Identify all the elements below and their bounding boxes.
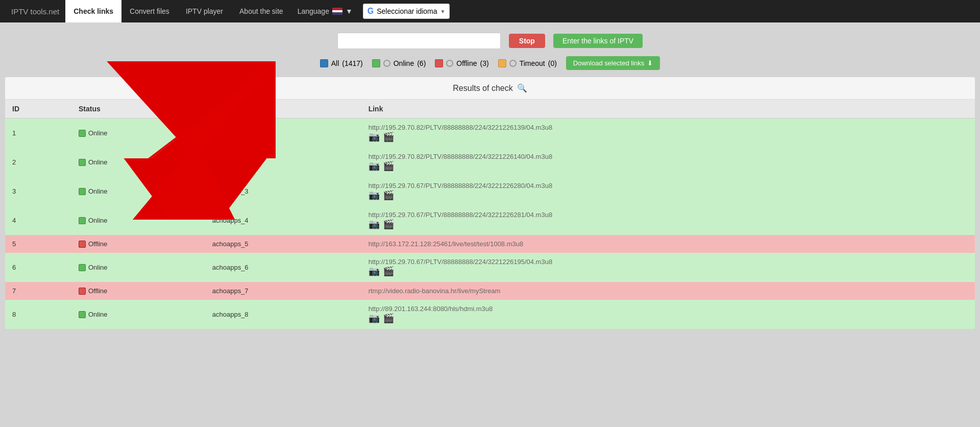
cell-link: http://195.29.70.82/PLTV/88888888/224/32… (361, 118, 975, 148)
cell-name: achoapps_5 (205, 235, 361, 253)
cell-link: http://195.29.70.82/PLTV/88888888/224/32… (361, 148, 975, 177)
status-text: Online (88, 264, 108, 271)
offline-dot-icon (79, 288, 86, 295)
cell-name: achoapps_7 (205, 282, 361, 300)
camera-icon[interactable]: 📷 (369, 189, 380, 201)
cell-status: Online (71, 177, 205, 206)
nav-language[interactable]: Language ▼ (291, 7, 359, 15)
camera-icon[interactable]: 📷 (369, 131, 380, 143)
language-dropdown-arrow: ▼ (346, 7, 353, 15)
filter-offline[interactable]: Offline (3) (435, 59, 488, 67)
online-dot-icon (79, 188, 86, 195)
action-icons: 📷🎬 (369, 131, 968, 143)
cell-name: achoapps_2 (205, 148, 361, 177)
cell-link: http://195.29.70.67/PLTV/88888888/224/32… (361, 253, 975, 282)
player-icon[interactable]: 🎬 (383, 313, 394, 324)
camera-icon[interactable]: 📷 (369, 266, 380, 277)
table-row: 3Onlineachoapps_3http://195.29.70.67/PLT… (5, 177, 975, 206)
status-text: Online (88, 311, 108, 318)
action-icons: 📷🎬 (369, 189, 968, 201)
player-icon[interactable]: 🎬 (383, 189, 394, 201)
col-id: ID (5, 100, 71, 118)
online-dot-icon (79, 311, 86, 318)
cell-status: Online (71, 253, 205, 282)
filter-all-count: (1417) (342, 59, 362, 67)
nav-check-links[interactable]: Check links (65, 0, 121, 22)
table-row: 4Onlineachoapps_4http://195.29.70.67/PLT… (5, 206, 975, 235)
filter-online-count: (6) (417, 59, 426, 67)
brand-tld: .net (46, 7, 59, 16)
nav-about-site[interactable]: About the site (231, 0, 291, 22)
filter-online[interactable]: Online (6) (372, 59, 426, 67)
filter-timeout-dot (498, 59, 506, 67)
filter-all[interactable]: All (1417) (320, 59, 363, 67)
results-table: ID Status Name Link 1Onlineachoapps_1htt… (5, 100, 975, 329)
camera-icon[interactable]: 📷 (369, 313, 380, 324)
camera-icon[interactable]: 📷 (369, 160, 380, 172)
toolbar-row: Stop Enter the links of IPTV (0, 33, 980, 49)
cell-status: Online (71, 206, 205, 235)
player-icon[interactable]: 🎬 (383, 131, 394, 143)
status-text: Online (88, 158, 108, 166)
camera-icon[interactable]: 📷 (369, 219, 380, 230)
cell-link: http://195.29.70.67/PLTV/88888888/224/32… (361, 177, 975, 206)
offline-dot-icon (79, 241, 86, 248)
download-label: Download selected links (573, 59, 644, 67)
table-row: 6Onlineachoapps_6http://195.29.70.67/PLT… (5, 253, 975, 282)
status-text: Offline (88, 240, 107, 248)
enter-links-button[interactable]: Enter the links of IPTV (553, 34, 643, 48)
filter-online-circle (383, 60, 390, 67)
cell-id: 3 (5, 177, 71, 206)
brand-logo[interactable]: IPTV tools.net (5, 7, 65, 16)
status-text: Online (88, 129, 108, 137)
filter-row: All (1417) Online (6) Offline (3) Timeou… (0, 56, 980, 70)
filter-offline-count: (3) (480, 59, 489, 67)
link-url: http://195.29.70.67/PLTV/88888888/224/32… (369, 182, 552, 189)
filter-offline-label: Offline (456, 59, 477, 67)
cell-id: 7 (5, 282, 71, 300)
search-icon[interactable]: 🔍 (517, 83, 527, 93)
filter-all-label: All (331, 59, 339, 67)
table-header: ID Status Name Link (5, 100, 975, 118)
col-name: Name (205, 100, 361, 118)
nav-iptv-player[interactable]: IPTV player (178, 0, 231, 22)
player-icon[interactable]: 🎬 (383, 160, 394, 172)
cell-status: Offline (71, 235, 205, 253)
online-dot-icon (79, 130, 86, 137)
cell-id: 2 (5, 148, 71, 177)
results-title: Results of check (453, 84, 512, 93)
cell-status: Online (71, 300, 205, 329)
cell-id: 4 (5, 206, 71, 235)
link-url: http://195.29.70.67/PLTV/88888888/224/32… (369, 258, 552, 266)
col-link: Link (361, 100, 975, 118)
table-row: 8Onlineachoapps_8http://89.201.163.244:8… (5, 300, 975, 329)
filter-all-dot (320, 59, 328, 67)
filter-offline-circle (446, 60, 453, 67)
player-icon[interactable]: 🎬 (383, 219, 394, 230)
col-status: Status (71, 100, 205, 118)
nav-convert-files[interactable]: Convert files (121, 0, 178, 22)
filter-timeout[interactable]: Timeout (0) (498, 59, 557, 67)
player-icon[interactable]: 🎬 (383, 266, 394, 277)
search-input[interactable] (337, 33, 501, 49)
filter-online-dot (372, 59, 380, 67)
filter-offline-dot (435, 59, 443, 67)
link-url: http://195.29.70.82/PLTV/88888888/224/32… (369, 153, 552, 160)
filter-timeout-circle (509, 60, 517, 67)
cell-name: achoapps_6 (205, 253, 361, 282)
cell-id: 6 (5, 253, 71, 282)
stop-button[interactable]: Stop (509, 34, 545, 48)
online-dot-icon (79, 264, 86, 271)
table-row: 1Onlineachoapps_1http://195.29.70.82/PLT… (5, 118, 975, 148)
online-dot-icon (79, 217, 86, 224)
google-translate-widget[interactable]: G Seleccionar idioma ▼ (363, 4, 450, 19)
link-url: rtmp://video.radio-banovina.hr/live/mySt… (369, 287, 501, 295)
cell-link: http://195.29.70.67/PLTV/88888888/224/32… (361, 206, 975, 235)
link-url: http://195.29.70.67/PLTV/88888888/224/32… (369, 211, 552, 219)
table-row: 2Onlineachoapps_2http://195.29.70.82/PLT… (5, 148, 975, 177)
results-section: Results of check 🔍 ID Status Name Link 1… (5, 77, 975, 329)
action-icons: 📷🎬 (369, 266, 968, 277)
results-header: Results of check 🔍 (5, 77, 975, 100)
navbar: IPTV tools.net Check links Convert files… (0, 0, 980, 22)
download-selected-button[interactable]: Download selected links ⬇ (566, 56, 660, 70)
